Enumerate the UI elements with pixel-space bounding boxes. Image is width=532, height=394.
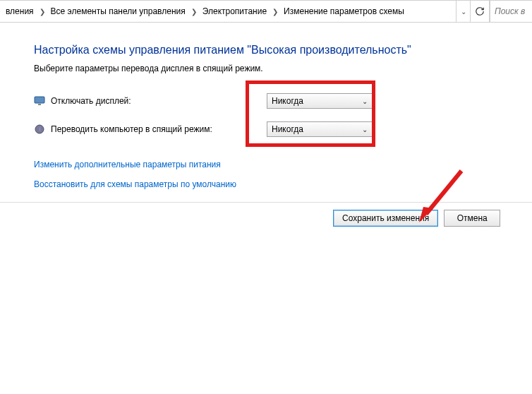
link-advanced-settings[interactable]: Изменить дополнительные параметры питани… [34,160,532,169]
cancel-button[interactable]: Отмена [444,210,500,227]
page-title: Настройка схемы управления питанием "Выс… [34,44,532,56]
content-area: Настройка схемы управления питанием "Выс… [0,23,532,227]
setting-label-display: Отключать дисплей: [51,96,262,106]
monitor-icon [34,95,45,107]
select-turn-off-display[interactable]: Никогда ⌄ [267,93,373,109]
address-bar: вления ❯ Все элементы панели управления … [0,0,532,23]
address-dropdown-button[interactable]: ⌄ [456,1,470,22]
chevron-right-icon[interactable]: ❯ [37,8,48,16]
page-description: Выберите параметры перевода дисплея в сп… [34,64,532,73]
button-row: Сохранить изменения Отмена [34,210,532,227]
refresh-button[interactable] [470,1,490,22]
chevron-down-icon: ⌄ [362,97,368,105]
chevron-right-icon[interactable]: ❯ [270,8,281,16]
setting-row-display: Отключать дисплей: Никогда ⌄ [34,93,373,109]
settings-group: Отключать дисплей: Никогда ⌄ Переводить … [34,93,373,137]
divider [0,202,532,203]
link-restore-defaults[interactable]: Восстановить для схемы параметры по умол… [34,179,532,189]
select-value: Никогда [272,124,303,134]
svg-rect-1 [38,104,41,105]
select-value: Никогда [272,96,303,106]
chevron-right-icon[interactable]: ❯ [188,8,200,16]
moon-icon [34,124,45,135]
refresh-icon [475,6,485,16]
save-button[interactable]: Сохранить изменения [333,210,438,227]
svg-rect-0 [35,97,44,103]
breadcrumb-item-0[interactable]: вления [3,1,37,22]
breadcrumb-item-3[interactable]: Изменение параметров схемы [281,1,407,22]
chevron-down-icon: ⌄ [362,126,368,133]
breadcrumb-item-2[interactable]: Электропитание [200,1,270,22]
links-group: Изменить дополнительные параметры питани… [34,160,532,189]
setting-row-sleep: Переводить компьютер в спящий режим: Ник… [34,121,373,137]
select-sleep[interactable]: Никогда ⌄ [267,121,373,137]
setting-label-sleep: Переводить компьютер в спящий режим: [51,124,262,134]
breadcrumb-item-1[interactable]: Все элементы панели управления [48,1,188,22]
breadcrumb: вления ❯ Все элементы панели управления … [0,1,456,22]
chevron-down-icon: ⌄ [461,8,466,16]
search-input[interactable] [490,1,532,22]
